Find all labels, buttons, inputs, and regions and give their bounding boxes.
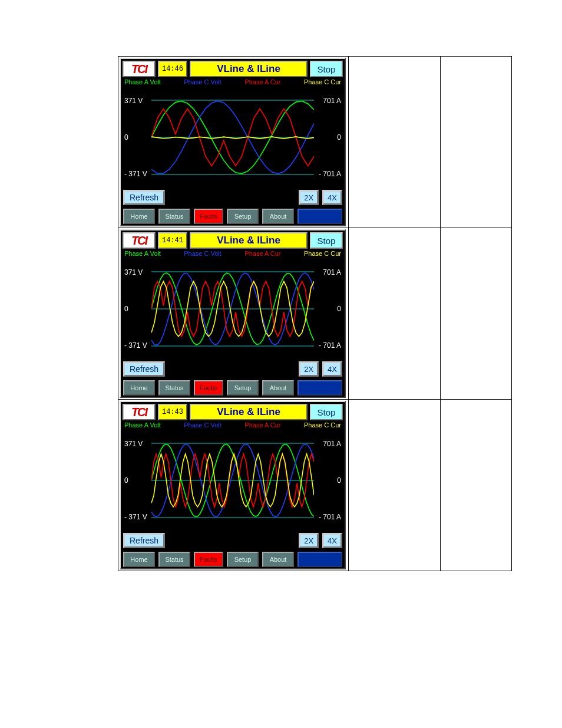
axis-left-bot: - 371 V <box>124 513 147 521</box>
zoom-4x-button[interactable]: 4X <box>322 533 342 548</box>
nav-home[interactable]: Home <box>123 209 155 224</box>
page-title: VLine & ILine <box>190 61 308 77</box>
axis-right-mid: 0 <box>337 133 341 141</box>
nav-faults[interactable]: Faults <box>194 209 223 224</box>
axis-right-top: 701 A <box>323 97 341 105</box>
zoom-2x-button[interactable]: 2X <box>299 533 319 548</box>
waveform-plot: 371 V0- 371 V701 A0- 701 A <box>123 260 342 358</box>
stop-button[interactable]: Stop <box>310 61 343 77</box>
zoom-4x-button[interactable]: 4X <box>322 190 342 205</box>
nav-about[interactable]: About <box>262 209 294 224</box>
zoom-2x-button[interactable]: 2X <box>299 190 319 205</box>
axis-left-top: 371 V <box>124 268 143 276</box>
nav-bar: HomeStatusFaultsSetupAbout <box>123 209 342 225</box>
nav-setup[interactable]: Setup <box>227 209 259 224</box>
nav-about[interactable]: About <box>262 380 294 396</box>
legend-phase-c-cur: Phase C Cur <box>304 78 341 88</box>
axis-right-top: 701 A <box>323 440 341 448</box>
nav-home[interactable]: Home <box>123 552 155 567</box>
refresh-button[interactable]: Refresh <box>123 190 165 205</box>
layout-table: TCI14:46VLine & ILineStopPhase A VoltPha… <box>118 56 512 571</box>
clock: 14:41 <box>158 232 187 249</box>
refresh-button[interactable]: Refresh <box>123 533 165 548</box>
axis-right-mid: 0 <box>337 305 341 313</box>
logo: TCI <box>123 61 156 77</box>
nav-spacer <box>297 380 342 396</box>
legend-phase-c-cur: Phase C Cur <box>304 421 341 431</box>
zoom-4x-button[interactable]: 4X <box>322 361 342 377</box>
clock: 14:43 <box>158 404 187 420</box>
axis-right-bot: - 701 A <box>319 513 341 521</box>
legend-phase-a-cur: Phase A Cur <box>244 78 280 88</box>
nav-status[interactable]: Status <box>158 209 190 224</box>
nav-home[interactable]: Home <box>123 380 155 396</box>
logo: TCI <box>123 404 156 420</box>
axis-right-bot: - 701 A <box>319 341 341 350</box>
logo: TCI <box>123 232 156 249</box>
hmi-panel: TCI14:46VLine & ILineStopPhase A VoltPha… <box>120 58 346 226</box>
axis-left-top: 371 V <box>124 97 143 105</box>
legend-phase-a-volt: Phase A Volt <box>124 421 161 431</box>
waveform-plot: 371 V0- 371 V701 A0- 701 A <box>123 431 342 529</box>
nav-faults[interactable]: Faults <box>194 380 223 396</box>
stop-button[interactable]: Stop <box>310 232 343 249</box>
legend: Phase A VoltPhase C VoltPhase A CurPhase… <box>124 250 341 259</box>
axis-left-mid: 0 <box>124 476 128 485</box>
axis-right-bot: - 701 A <box>319 170 341 178</box>
axis-left-mid: 0 <box>124 305 128 313</box>
nav-about[interactable]: About <box>262 552 294 567</box>
axis-right-mid: 0 <box>337 476 341 485</box>
hmi-panel: TCI14:43VLine & ILineStopPhase A VoltPha… <box>120 401 346 569</box>
axis-left-mid: 0 <box>124 133 128 141</box>
legend-phase-a-volt: Phase A Volt <box>124 78 161 88</box>
nav-status[interactable]: Status <box>158 552 190 567</box>
axis-left-bot: - 371 V <box>124 341 147 350</box>
legend-phase-c-volt: Phase C Volt <box>184 421 222 431</box>
nav-spacer <box>297 552 342 567</box>
legend-phase-a-cur: Phase A Cur <box>244 250 280 259</box>
nav-spacer <box>297 209 342 224</box>
nav-setup[interactable]: Setup <box>227 552 259 567</box>
waveform-plot: 371 V0- 371 V701 A0- 701 A <box>123 88 342 186</box>
legend-phase-c-volt: Phase C Volt <box>184 250 222 259</box>
axis-right-top: 701 A <box>323 268 341 276</box>
axis-left-top: 371 V <box>124 440 143 448</box>
nav-bar: HomeStatusFaultsSetupAbout <box>123 552 342 568</box>
page-title: VLine & ILine <box>190 232 308 249</box>
axis-left-bot: - 371 V <box>124 170 147 178</box>
legend-phase-c-cur: Phase C Cur <box>304 250 341 259</box>
legend: Phase A VoltPhase C VoltPhase A CurPhase… <box>124 78 341 88</box>
refresh-button[interactable]: Refresh <box>123 361 165 377</box>
zoom-2x-button[interactable]: 2X <box>299 361 319 377</box>
legend: Phase A VoltPhase C VoltPhase A CurPhase… <box>124 421 341 431</box>
nav-setup[interactable]: Setup <box>227 380 259 396</box>
legend-phase-a-cur: Phase A Cur <box>244 421 280 431</box>
legend-phase-a-volt: Phase A Volt <box>124 250 161 259</box>
legend-phase-c-volt: Phase C Volt <box>184 78 222 88</box>
page-title: VLine & ILine <box>190 404 308 420</box>
hmi-panel: TCI14:41VLine & ILineStopPhase A VoltPha… <box>120 229 346 398</box>
clock: 14:46 <box>158 61 187 77</box>
nav-faults[interactable]: Faults <box>194 552 223 567</box>
stop-button[interactable]: Stop <box>310 404 343 420</box>
nav-bar: HomeStatusFaultsSetupAbout <box>123 380 342 397</box>
nav-status[interactable]: Status <box>158 380 190 396</box>
